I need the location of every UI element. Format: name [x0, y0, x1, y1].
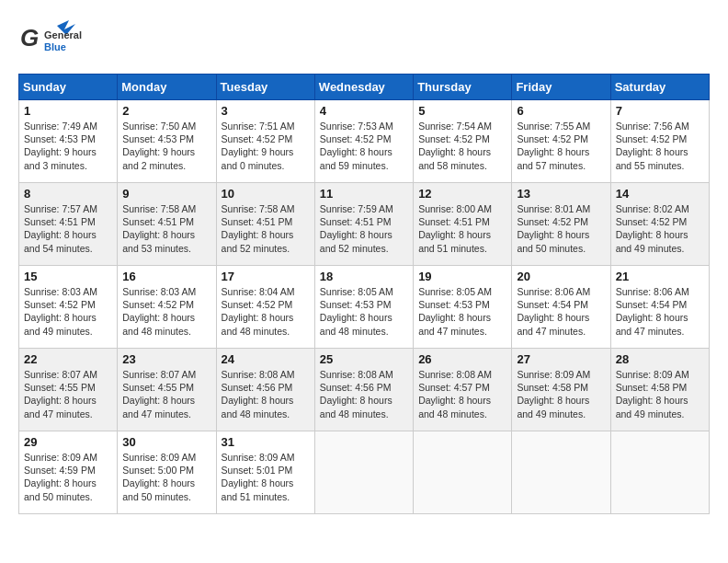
day-number: 5 — [418, 104, 506, 118]
day-info: Sunrise: 8:08 AMSunset: 4:56 PMDaylight:… — [222, 368, 310, 420]
day-info: Sunrise: 8:03 AMSunset: 4:52 PMDaylight:… — [122, 285, 210, 338]
day-number: 15 — [24, 270, 112, 283]
day-info: Sunrise: 8:07 AMSunset: 4:55 PMDaylight:… — [24, 368, 112, 420]
day-cell-25: 25Sunrise: 8:08 AMSunset: 4:56 PMDayligh… — [314, 349, 413, 431]
day-number: 28 — [616, 352, 704, 366]
week-row-4: 22Sunrise: 8:07 AMSunset: 4:55 PMDayligh… — [19, 349, 710, 431]
week-row-2: 8Sunrise: 7:57 AMSunset: 4:51 PMDaylight… — [19, 183, 710, 266]
day-number: 18 — [320, 270, 408, 283]
day-number: 17 — [222, 270, 310, 283]
day-cell-29: 29Sunrise: 8:09 AMSunset: 4:59 PMDayligh… — [19, 431, 118, 514]
day-info: Sunrise: 8:09 AMSunset: 5:00 PMDaylight:… — [122, 451, 210, 503]
day-cell-17: 17Sunrise: 8:04 AMSunset: 4:52 PMDayligh… — [216, 266, 314, 349]
day-number: 26 — [418, 352, 506, 366]
day-cell-3: 3Sunrise: 7:51 AMSunset: 4:52 PMDaylight… — [216, 100, 314, 183]
day-cell-1: 1Sunrise: 7:49 AMSunset: 4:53 PMDaylight… — [19, 100, 118, 183]
day-cell-7: 7Sunrise: 7:56 AMSunset: 4:52 PMDaylight… — [610, 100, 709, 183]
day-info: Sunrise: 7:50 AMSunset: 4:53 PMDaylight:… — [122, 120, 210, 172]
week-row-5: 29Sunrise: 8:09 AMSunset: 4:59 PMDayligh… — [19, 431, 710, 514]
day-cell-10: 10Sunrise: 7:58 AMSunset: 4:51 PMDayligh… — [216, 183, 314, 266]
day-number: 24 — [222, 352, 310, 366]
day-number: 16 — [122, 270, 210, 283]
day-number: 20 — [517, 270, 605, 283]
day-cell-21: 21Sunrise: 8:06 AMSunset: 4:54 PMDayligh… — [610, 266, 709, 349]
day-number: 29 — [24, 435, 112, 449]
day-info: Sunrise: 8:09 AMSunset: 4:58 PMDaylight:… — [517, 368, 605, 420]
weekday-header-sunday: Sunday — [19, 75, 118, 100]
day-cell-14: 14Sunrise: 8:02 AMSunset: 4:52 PMDayligh… — [610, 183, 709, 266]
week-row-1: 1Sunrise: 7:49 AMSunset: 4:53 PMDaylight… — [19, 100, 710, 183]
empty-cell — [314, 431, 413, 514]
day-info: Sunrise: 7:59 AMSunset: 4:51 PMDaylight:… — [320, 202, 408, 255]
weekday-header-saturday: Saturday — [610, 75, 709, 100]
day-cell-26: 26Sunrise: 8:08 AMSunset: 4:57 PMDayligh… — [414, 349, 512, 431]
day-info: Sunrise: 8:07 AMSunset: 4:55 PMDaylight:… — [122, 368, 210, 420]
day-number: 3 — [222, 104, 310, 118]
day-cell-5: 5Sunrise: 7:54 AMSunset: 4:52 PMDaylight… — [414, 100, 512, 183]
day-number: 27 — [517, 352, 605, 366]
day-number: 25 — [320, 352, 408, 366]
day-cell-28: 28Sunrise: 8:09 AMSunset: 4:58 PMDayligh… — [610, 349, 709, 431]
logo: G General Blue — [18, 18, 92, 64]
week-row-3: 15Sunrise: 8:03 AMSunset: 4:52 PMDayligh… — [19, 266, 710, 349]
day-info: Sunrise: 7:57 AMSunset: 4:51 PMDaylight:… — [24, 202, 112, 255]
day-info: Sunrise: 7:54 AMSunset: 4:52 PMDaylight:… — [418, 120, 506, 172]
day-info: Sunrise: 8:09 AMSunset: 4:59 PMDaylight:… — [24, 451, 112, 503]
day-info: Sunrise: 8:09 AMSunset: 4:58 PMDaylight:… — [616, 368, 704, 420]
day-cell-13: 13Sunrise: 8:01 AMSunset: 4:52 PMDayligh… — [512, 183, 610, 266]
day-info: Sunrise: 7:55 AMSunset: 4:52 PMDaylight:… — [517, 120, 605, 172]
day-number: 13 — [517, 187, 605, 201]
empty-cell — [414, 431, 512, 514]
weekday-header-thursday: Thursday — [414, 75, 512, 100]
weekday-header-row: SundayMondayTuesdayWednesdayThursdayFrid… — [19, 75, 710, 100]
header: G General Blue — [18, 18, 710, 64]
day-number: 22 — [24, 352, 112, 366]
empty-cell — [512, 431, 610, 514]
day-number: 9 — [122, 187, 210, 201]
day-info: Sunrise: 8:04 AMSunset: 4:52 PMDaylight:… — [222, 285, 310, 338]
day-cell-31: 31Sunrise: 8:09 AMSunset: 5:01 PMDayligh… — [216, 431, 314, 514]
day-number: 14 — [616, 187, 704, 201]
day-number: 10 — [222, 187, 310, 201]
day-cell-18: 18Sunrise: 8:05 AMSunset: 4:53 PMDayligh… — [314, 266, 413, 349]
day-info: Sunrise: 8:08 AMSunset: 4:56 PMDaylight:… — [320, 368, 408, 420]
weekday-header-friday: Friday — [512, 75, 610, 100]
day-cell-23: 23Sunrise: 8:07 AMSunset: 4:55 PMDayligh… — [118, 349, 216, 431]
day-number: 19 — [418, 270, 506, 283]
weekday-header-tuesday: Tuesday — [216, 75, 314, 100]
day-cell-11: 11Sunrise: 7:59 AMSunset: 4:51 PMDayligh… — [314, 183, 413, 266]
day-number: 31 — [222, 435, 310, 449]
day-info: Sunrise: 7:51 AMSunset: 4:52 PMDaylight:… — [222, 120, 310, 172]
day-info: Sunrise: 8:05 AMSunset: 4:53 PMDaylight:… — [320, 285, 408, 338]
day-info: Sunrise: 8:03 AMSunset: 4:52 PMDaylight:… — [24, 285, 112, 338]
day-cell-4: 4Sunrise: 7:53 AMSunset: 4:52 PMDaylight… — [314, 100, 413, 183]
day-info: Sunrise: 7:49 AMSunset: 4:53 PMDaylight:… — [24, 120, 112, 172]
page-container: G General Blue SundayMondayTuesdayWednes… — [18, 18, 710, 514]
day-cell-22: 22Sunrise: 8:07 AMSunset: 4:55 PMDayligh… — [19, 349, 118, 431]
day-cell-6: 6Sunrise: 7:55 AMSunset: 4:52 PMDaylight… — [512, 100, 610, 183]
day-info: Sunrise: 8:00 AMSunset: 4:51 PMDaylight:… — [418, 202, 506, 255]
day-info: Sunrise: 8:05 AMSunset: 4:53 PMDaylight:… — [418, 285, 506, 338]
logo-graphic: G General Blue — [18, 18, 92, 64]
day-info: Sunrise: 8:01 AMSunset: 4:52 PMDaylight:… — [517, 202, 605, 255]
svg-text:G: G — [20, 24, 39, 52]
svg-text:General: General — [44, 29, 82, 40]
day-number: 4 — [320, 104, 408, 118]
day-number: 8 — [24, 187, 112, 201]
day-info: Sunrise: 7:53 AMSunset: 4:52 PMDaylight:… — [320, 120, 408, 172]
day-info: Sunrise: 8:06 AMSunset: 4:54 PMDaylight:… — [616, 285, 704, 338]
weekday-header-wednesday: Wednesday — [314, 75, 413, 100]
day-info: Sunrise: 7:58 AMSunset: 4:51 PMDaylight:… — [122, 202, 210, 255]
day-cell-30: 30Sunrise: 8:09 AMSunset: 5:00 PMDayligh… — [118, 431, 216, 514]
day-info: Sunrise: 8:02 AMSunset: 4:52 PMDaylight:… — [616, 202, 704, 255]
day-cell-15: 15Sunrise: 8:03 AMSunset: 4:52 PMDayligh… — [19, 266, 118, 349]
calendar-table: SundayMondayTuesdayWednesdayThursdayFrid… — [18, 74, 710, 514]
day-info: Sunrise: 8:08 AMSunset: 4:57 PMDaylight:… — [418, 368, 506, 420]
day-info: Sunrise: 8:06 AMSunset: 4:54 PMDaylight:… — [517, 285, 605, 338]
day-cell-20: 20Sunrise: 8:06 AMSunset: 4:54 PMDayligh… — [512, 266, 610, 349]
svg-text:Blue: Blue — [44, 41, 66, 52]
day-number: 12 — [418, 187, 506, 201]
day-cell-27: 27Sunrise: 8:09 AMSunset: 4:58 PMDayligh… — [512, 349, 610, 431]
day-cell-19: 19Sunrise: 8:05 AMSunset: 4:53 PMDayligh… — [414, 266, 512, 349]
day-cell-24: 24Sunrise: 8:08 AMSunset: 4:56 PMDayligh… — [216, 349, 314, 431]
